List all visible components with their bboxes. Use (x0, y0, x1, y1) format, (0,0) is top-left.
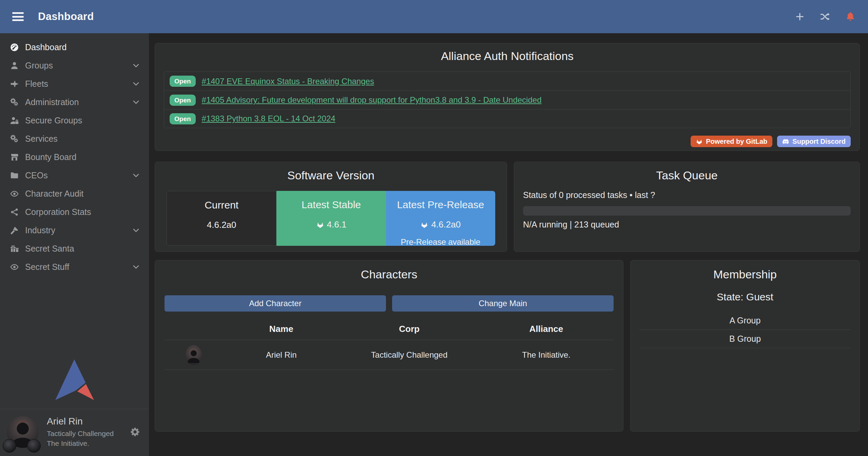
alliance-auth-dashboard: Dashboard Dashboard Groups Fleets (0, 0, 868, 456)
powered-by-gitlab-badge[interactable]: Powered by GitLab (691, 136, 772, 147)
notification-link[interactable]: #1407 EVE Equinox Status - Breaking Chan… (202, 77, 374, 86)
user-lock-icon (9, 116, 20, 125)
chevron-down-icon (132, 226, 140, 234)
membership-groups-list: A Group B Group (639, 312, 851, 348)
user-corporation: Tactically Challenged (47, 430, 114, 438)
sidebar-item-character-audit[interactable]: Character Audit (0, 184, 149, 203)
chevron-down-icon (132, 98, 140, 106)
name-column-header: Name (223, 318, 340, 340)
notification-link[interactable]: #1383 Python 3.8 EOL - 14 Oct 2024 (202, 114, 335, 123)
discord-icon (782, 138, 789, 145)
plus-icon[interactable] (795, 12, 805, 22)
corporation-logo (3, 439, 16, 453)
sidebar-item-corporation-stats[interactable]: Corporation Stats (0, 203, 149, 221)
status-badge: Open (170, 95, 196, 106)
gears-icon (9, 97, 20, 107)
character-portrait (186, 345, 202, 365)
support-discord-badge[interactable]: Support Discord (777, 136, 851, 147)
version-latest-prerelease-box: Latest Pre-Release 4.6.2a0 Pre-Release a… (386, 191, 495, 246)
version-latest-stable-box: Latest Stable 4.6.1 (276, 191, 386, 246)
top-navbar: Dashboard (0, 0, 868, 33)
change-main-button[interactable]: Change Main (392, 295, 614, 312)
gifts-icon (9, 244, 20, 253)
membership-title: Membership (631, 268, 860, 281)
gears-icon (9, 134, 20, 143)
gitlab-icon (420, 221, 428, 229)
character-row: Ariel Rin Tactically Challenged The Init… (165, 340, 614, 370)
sidebar-item-dashboard[interactable]: Dashboard (0, 38, 149, 56)
user-alliance: The Initiative. (47, 439, 114, 448)
sidebar-item-groups[interactable]: Groups (0, 56, 149, 75)
sidebar-item-bounty-board[interactable]: Bounty Board (0, 148, 149, 166)
sidebar-item-fleets[interactable]: Fleets (0, 75, 149, 93)
task-queue-status-line: Status of 0 processed tasks • last ? (523, 190, 851, 200)
notifications-list: Open #1407 EVE Equinox Status - Breaking… (164, 72, 851, 128)
gauge-icon (9, 42, 20, 52)
user-settings-gear-icon[interactable] (130, 427, 140, 437)
characters-title: Characters (155, 268, 623, 281)
hammer-icon (9, 225, 20, 235)
eye-icon (9, 189, 20, 198)
software-version-panel: Software Version Current 4.6.2a0 Latest … (155, 162, 507, 252)
sidebar-toggle-icon[interactable] (12, 12, 24, 21)
software-version-title: Software Version (155, 169, 507, 182)
sidebar-item-secure-groups[interactable]: Secure Groups (0, 111, 149, 130)
notification-item: Open #1405 Advisory: Future development … (164, 91, 850, 109)
character-alliance: The Initiative. (479, 340, 614, 370)
membership-panel: Membership State: Guest A Group B Group (630, 260, 860, 432)
sidebar-item-secret-stuff[interactable]: Secret Stuff (0, 258, 149, 276)
notification-item: Open #1383 Python 3.8 EOL - 14 Oct 2024 (164, 109, 850, 128)
character-name: Ariel Rin (223, 340, 340, 370)
membership-state: State: Guest (631, 291, 860, 303)
group-list-item: A Group (639, 312, 851, 330)
corp-column-header: Corp (340, 318, 479, 340)
version-boxes: Current 4.6.2a0 Latest Stable 4.6.1 Late… (167, 191, 495, 246)
folder-icon (9, 171, 20, 180)
status-badge: Open (170, 113, 196, 124)
gitlab-icon (696, 138, 703, 145)
task-queue-title: Task Queue (514, 169, 860, 182)
alliance-column-header: Alliance (479, 318, 614, 340)
fighter-jet-icon (9, 79, 20, 88)
prerelease-note: Pre-Release available (386, 237, 495, 247)
task-queue-panel: Task Queue Status of 0 processed tasks •… (514, 162, 860, 252)
task-queue-queue-line: N/A running | 213 queued (523, 220, 851, 230)
notification-bell-icon[interactable] (845, 11, 856, 22)
notification-link[interactable]: #1405 Advisory: Future development will … (202, 95, 542, 105)
version-current-box: Current 4.6.2a0 (167, 191, 276, 246)
notification-item: Open #1407 EVE Equinox Status - Breaking… (164, 72, 850, 91)
characters-table: Name Corp Alliance Ariel Rin Tactically … (165, 318, 614, 370)
alliance-auth-notifications-panel: Alliance Auth Notifications Open #1407 E… (155, 43, 860, 151)
chevron-down-icon (132, 61, 140, 70)
sidebar-item-services[interactable]: Services (0, 130, 149, 148)
chevron-down-icon (132, 80, 140, 88)
user-name: Ariel Rin (47, 416, 114, 427)
notifications-title: Alliance Auth Notifications (155, 49, 860, 63)
sidebar-item-industry[interactable]: Industry (0, 221, 149, 239)
add-character-button[interactable]: Add Character (165, 295, 386, 312)
navbar-actions (795, 11, 856, 22)
gitlab-icon (316, 221, 324, 229)
sidebar-item-administration[interactable]: Administration (0, 93, 149, 111)
page-title: Dashboard (38, 11, 94, 23)
user-panel: Ariel Rin Tactically Challenged The Init… (0, 409, 149, 456)
character-corp: Tactically Challenged (340, 340, 479, 370)
user-icon (9, 61, 20, 70)
characters-panel: Characters Add Character Change Main Nam… (155, 260, 623, 432)
sidebar-item-secret-santa[interactable]: Secret Santa (0, 239, 149, 258)
share-nodes-icon (9, 207, 20, 217)
portrait-column-header (165, 318, 223, 340)
group-list-item: B Group (639, 330, 851, 348)
alliance-auth-logo (0, 359, 149, 401)
store-icon (9, 152, 20, 162)
eye-icon (9, 262, 20, 272)
shuffle-icon[interactable] (820, 12, 830, 22)
task-queue-progress-bar (523, 206, 851, 216)
chevron-down-icon (132, 263, 140, 271)
sidebar: Dashboard Groups Fleets Administration S… (0, 33, 149, 456)
external-badges: Powered by GitLab Support Discord (164, 136, 851, 147)
alliance-logo (27, 439, 41, 453)
status-badge: Open (170, 76, 196, 87)
chevron-down-icon (132, 171, 140, 179)
sidebar-item-ceos[interactable]: CEOs (0, 166, 149, 184)
